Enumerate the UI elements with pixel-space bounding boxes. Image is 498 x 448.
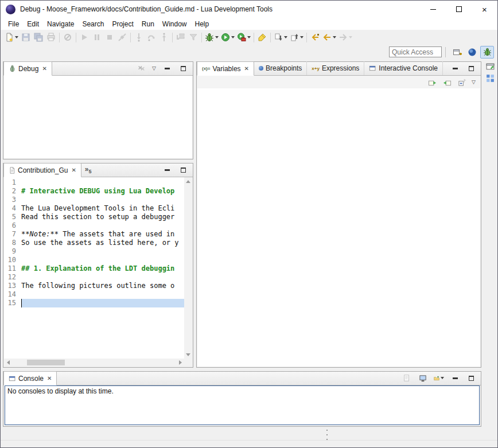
view-menu-icon[interactable]: ▽ (472, 80, 476, 85)
close-icon[interactable]: ✕ (71, 167, 76, 173)
code-line[interactable] (21, 178, 184, 187)
code-line[interactable] (21, 273, 184, 282)
maximize-view-button[interactable] (466, 373, 476, 383)
line-number[interactable]: 14 (4, 290, 21, 299)
menu-search[interactable]: Search (78, 19, 108, 29)
minimize-view-button[interactable] (450, 63, 460, 73)
show-logical-structure-button[interactable] (427, 77, 437, 87)
step-into-button[interactable] (133, 31, 145, 44)
external-tools-button[interactable] (236, 31, 252, 44)
run-button[interactable] (220, 31, 236, 44)
code-line[interactable] (21, 221, 184, 230)
step-over-button[interactable] (145, 31, 158, 44)
terminate-button[interactable] (103, 31, 116, 44)
sash-grip-icon[interactable] (325, 430, 329, 440)
minimize-view-button[interactable] (162, 165, 172, 175)
code-line[interactable] (21, 290, 184, 299)
save-button[interactable] (20, 31, 32, 44)
view-menu-icon[interactable]: ▽ (152, 66, 156, 71)
mark-occurrences-button[interactable] (256, 31, 269, 44)
editor-content[interactable]: 1 2# Interactive DEBUG using Lua Develop… (4, 177, 192, 367)
line-number[interactable]: 4 (4, 204, 21, 213)
drop-to-frame-button[interactable] (174, 31, 187, 44)
step-return-button[interactable] (158, 31, 170, 44)
use-step-filters-button[interactable] (187, 31, 200, 44)
code-line[interactable]: The following pictures outline some o (21, 282, 184, 290)
line-number[interactable]: 13 (4, 282, 21, 290)
minimize-button[interactable] (420, 1, 446, 18)
debug-button[interactable] (204, 31, 220, 44)
minimize-view-button[interactable] (450, 373, 460, 383)
quick-access-input[interactable] (389, 46, 442, 57)
menu-file[interactable]: File (4, 19, 23, 29)
close-icon[interactable]: ✕ (244, 65, 249, 72)
code-line[interactable] (21, 196, 184, 204)
menu-window[interactable]: Window (158, 19, 191, 29)
remove-all-terminated-button[interactable] (136, 63, 146, 73)
line-number[interactable]: 11 (4, 264, 21, 273)
tab-breakpoints[interactable]: Breakpoints (254, 61, 307, 75)
next-annotation-button[interactable] (273, 31, 289, 44)
line-number[interactable]: 12 (4, 273, 21, 282)
code-line[interactable]: So use the assets as listed here, or y (21, 239, 184, 247)
disconnect-button[interactable] (116, 31, 129, 44)
code-line[interactable]: **Note:** The assets that are used in (21, 230, 184, 239)
line-number[interactable]: 8 (4, 239, 21, 247)
resume-button[interactable] (78, 31, 91, 44)
maximize-view-button[interactable] (466, 63, 476, 73)
code-line[interactable] (21, 299, 184, 307)
tab-expressions[interactable]: x+y Expressions (307, 61, 364, 75)
scroll-left-button[interactable] (4, 359, 12, 367)
scroll-right-button[interactable] (176, 359, 184, 367)
tab-interactive-console[interactable]: Interactive Console (364, 61, 443, 75)
debug-view-content[interactable] (4, 76, 192, 158)
skip-all-breakpoints-button[interactable] (61, 31, 74, 44)
code-line[interactable]: ## 1. Explanation of the LDT debuggin (21, 264, 184, 273)
line-number[interactable]: 6 (4, 221, 21, 230)
menu-project[interactable]: Project (108, 19, 137, 29)
palette-view-button[interactable] (485, 73, 496, 83)
tab-variables[interactable]: (x)= Variables ✕ (197, 61, 254, 76)
menu-help[interactable]: Help (191, 19, 213, 29)
scrollbar-thumb[interactable] (27, 360, 65, 365)
horizontal-scrollbar[interactable] (4, 359, 192, 367)
menu-run[interactable]: Run (138, 19, 158, 29)
close-icon[interactable]: ✕ (47, 375, 52, 381)
collapse-all-button[interactable] (457, 77, 467, 87)
line-number[interactable]: 15 (4, 299, 21, 307)
line-number[interactable]: 2 (4, 187, 21, 196)
line-number[interactable]: 10 (4, 256, 21, 264)
save-all-button[interactable] (32, 31, 45, 44)
line-number[interactable]: 7 (4, 230, 21, 239)
code-line[interactable]: Read this section to setup a debugger (21, 213, 184, 221)
scroll-up-button[interactable] (184, 177, 192, 185)
line-number[interactable]: 3 (4, 196, 21, 204)
new-button[interactable] (3, 31, 20, 44)
editor-tab-overflow-button[interactable]: »5 (85, 165, 92, 174)
back-button[interactable] (321, 31, 337, 44)
maximize-view-button[interactable] (178, 63, 188, 73)
maximize-view-button[interactable] (178, 165, 188, 175)
menu-navigate[interactable]: Navigate (43, 19, 78, 29)
debug-perspective-button[interactable] (480, 46, 494, 59)
line-number[interactable]: 9 (4, 247, 21, 256)
console-content[interactable]: No consoles to display at this time. (5, 385, 480, 425)
line-number[interactable]: 1 (4, 178, 21, 187)
code-line[interactable] (21, 247, 184, 256)
restore-view-button[interactable] (485, 61, 496, 71)
clear-console-button[interactable] (402, 373, 412, 383)
editor-text-area[interactable]: 1 2# Interactive DEBUG using Lua Develop… (4, 177, 184, 359)
print-button[interactable] (45, 31, 57, 44)
display-selected-console-button[interactable] (418, 373, 428, 383)
minimize-view-button[interactable] (162, 63, 172, 73)
tab-debug[interactable]: Debug ✕ (3, 61, 52, 76)
variables-view-content[interactable] (197, 88, 480, 367)
ldt-perspective-button[interactable] (465, 46, 479, 59)
code-line[interactable]: The Lua Development Tools in the Ecli (21, 204, 184, 213)
suspend-button[interactable] (91, 31, 103, 44)
show-details-pane-button[interactable] (442, 77, 452, 87)
close-icon[interactable]: ✕ (42, 65, 46, 72)
open-perspective-button[interactable] (450, 46, 464, 59)
maximize-button[interactable] (446, 1, 472, 18)
forward-button[interactable] (337, 31, 353, 44)
